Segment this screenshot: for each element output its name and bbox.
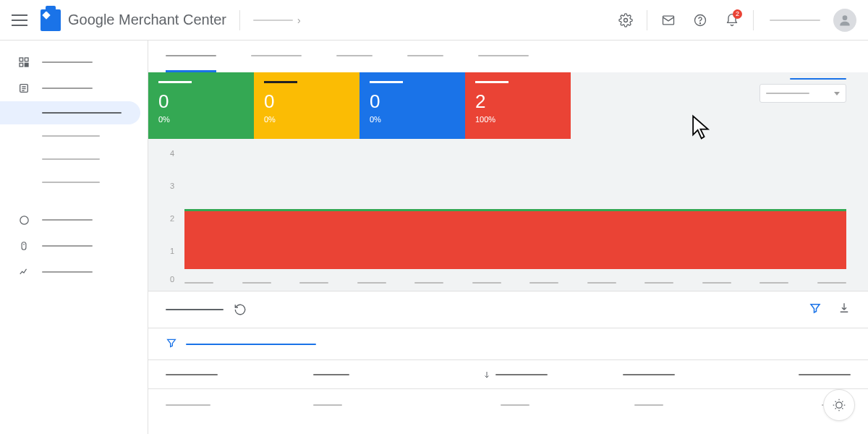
destination-dropdown[interactable] bbox=[760, 84, 846, 103]
tab-4[interactable] bbox=[478, 41, 529, 72]
notifications-icon[interactable]: 2 bbox=[718, 7, 746, 34]
svg-point-3 bbox=[700, 22, 701, 23]
tab-2[interactable] bbox=[336, 41, 373, 72]
toolbar-title bbox=[166, 309, 224, 310]
filter-bar bbox=[148, 328, 868, 360]
col-pct[interactable] bbox=[716, 374, 851, 375]
svg-point-0 bbox=[624, 18, 628, 22]
settings-icon[interactable] bbox=[612, 7, 639, 34]
help-icon[interactable] bbox=[686, 7, 714, 34]
avatar[interactable] bbox=[833, 9, 856, 32]
card-expiring[interactable]: 00% bbox=[359, 72, 465, 139]
logo-mark-icon bbox=[41, 9, 61, 31]
chevron-right-icon: › bbox=[297, 14, 301, 26]
refresh-icon[interactable] bbox=[234, 303, 247, 316]
col-trend[interactable] bbox=[582, 374, 717, 375]
ytick: 1 bbox=[170, 247, 174, 255]
nav-item-growth[interactable] bbox=[0, 233, 148, 259]
ytick: 2 bbox=[170, 214, 174, 223]
mouse-icon bbox=[17, 239, 30, 252]
nav-sub-feeds[interactable] bbox=[0, 148, 148, 171]
card-pending[interactable]: 00% bbox=[254, 72, 359, 139]
svg-rect-6 bbox=[25, 58, 28, 61]
svg-point-4 bbox=[843, 15, 848, 20]
svg-rect-5 bbox=[20, 58, 23, 61]
tab-3[interactable] bbox=[407, 41, 443, 72]
svg-rect-1 bbox=[663, 16, 674, 25]
table-row[interactable] bbox=[148, 389, 868, 421]
nav-item-products[interactable] bbox=[0, 75, 148, 101]
issues-toolbar bbox=[148, 291, 868, 328]
chart-xaxis bbox=[184, 282, 846, 284]
circle-icon bbox=[17, 213, 30, 226]
chevron-down-icon bbox=[834, 92, 840, 95]
svg-point-10 bbox=[20, 216, 27, 224]
content-tabs bbox=[148, 41, 868, 72]
tab-0[interactable] bbox=[166, 41, 216, 72]
nav-item-performance[interactable] bbox=[0, 259, 148, 285]
nav-sub-diagnostics[interactable] bbox=[0, 101, 140, 124]
svg-rect-7 bbox=[20, 63, 23, 67]
account-selector[interactable] bbox=[770, 20, 820, 21]
send-feedback-button[interactable] bbox=[823, 389, 855, 421]
table-header bbox=[148, 360, 868, 389]
svg-rect-8 bbox=[25, 63, 28, 67]
app-header: Google Merchant Center › 2 bbox=[0, 0, 868, 41]
mail-icon[interactable] bbox=[655, 7, 682, 34]
logo-text: Google Merchant Center bbox=[68, 12, 226, 28]
breadcrumb[interactable]: › bbox=[253, 14, 305, 26]
card-active[interactable]: 00% bbox=[148, 72, 254, 139]
nav-item-overview[interactable] bbox=[0, 49, 148, 75]
view-link[interactable] bbox=[790, 78, 846, 80]
filter-icon[interactable] bbox=[809, 302, 822, 318]
col-affected[interactable] bbox=[448, 370, 582, 379]
notification-badge: 2 bbox=[733, 9, 742, 19]
nav-sub-all-products[interactable] bbox=[0, 124, 148, 148]
add-filter-link[interactable] bbox=[186, 344, 316, 345]
tab-1[interactable] bbox=[251, 41, 302, 72]
download-icon[interactable] bbox=[838, 302, 851, 318]
filter-outline-icon[interactable] bbox=[166, 337, 177, 352]
col-issue[interactable] bbox=[166, 374, 313, 375]
list-icon bbox=[17, 82, 30, 95]
ytick: 3 bbox=[170, 182, 174, 190]
sidebar bbox=[0, 41, 148, 434]
status-chart: 4 3 2 1 0 bbox=[148, 139, 868, 291]
card-disapproved[interactable]: 2100% bbox=[465, 72, 571, 139]
menu-icon[interactable] bbox=[12, 12, 27, 28]
nav-item-marketing[interactable] bbox=[0, 207, 148, 233]
ytick: 4 bbox=[170, 149, 174, 158]
svg-point-12 bbox=[836, 402, 842, 408]
col-country[interactable] bbox=[313, 374, 448, 375]
app-logo[interactable]: Google Merchant Center bbox=[41, 9, 226, 31]
ytick: 0 bbox=[170, 275, 174, 284]
trend-icon bbox=[17, 265, 30, 278]
chart-series-disapproved bbox=[184, 211, 846, 269]
svg-rect-11 bbox=[22, 242, 26, 250]
nav-sub-4[interactable] bbox=[0, 171, 148, 194]
grid-icon bbox=[17, 56, 30, 69]
